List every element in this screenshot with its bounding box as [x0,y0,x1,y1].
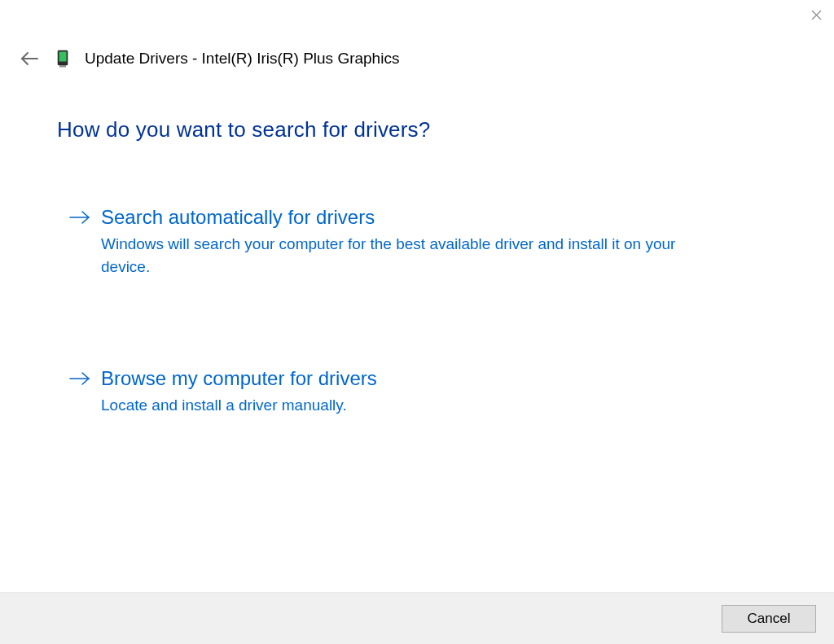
option-search-automatically[interactable]: Search automatically for drivers Windows… [57,204,777,278]
option-title: Browse my computer for drivers [101,366,720,391]
content-area: How do you want to search for drivers? S… [0,70,834,592]
option-description: Locate and install a driver manually. [101,394,720,417]
titlebar [0,0,834,33]
option-title: Search automatically for drivers [101,204,720,230]
header-row: Update Drivers - Intel(R) Iris(R) Plus G… [0,33,834,70]
arrow-right-icon [68,366,91,417]
option-text: Browse my computer for drivers Locate an… [101,366,720,417]
footer-bar: Cancel [0,592,834,644]
back-button[interactable] [18,47,41,70]
window-title: Update Drivers - Intel(R) Iris(R) Plus G… [85,50,399,68]
device-icon [55,48,70,69]
cancel-button[interactable]: Cancel [722,605,816,633]
svg-rect-4 [59,52,67,62]
page-heading: How do you want to search for drivers? [57,117,777,142]
arrow-right-icon [68,204,91,278]
back-arrow-icon [20,49,39,68]
close-button[interactable] [808,7,824,23]
option-text: Search automatically for drivers Windows… [101,204,720,278]
option-description: Windows will search your computer for th… [101,233,720,278]
option-browse-computer[interactable]: Browse my computer for drivers Locate an… [57,366,777,417]
close-icon [811,10,822,20]
update-drivers-dialog: Update Drivers - Intel(R) Iris(R) Plus G… [0,0,834,644]
svg-rect-5 [59,65,66,68]
